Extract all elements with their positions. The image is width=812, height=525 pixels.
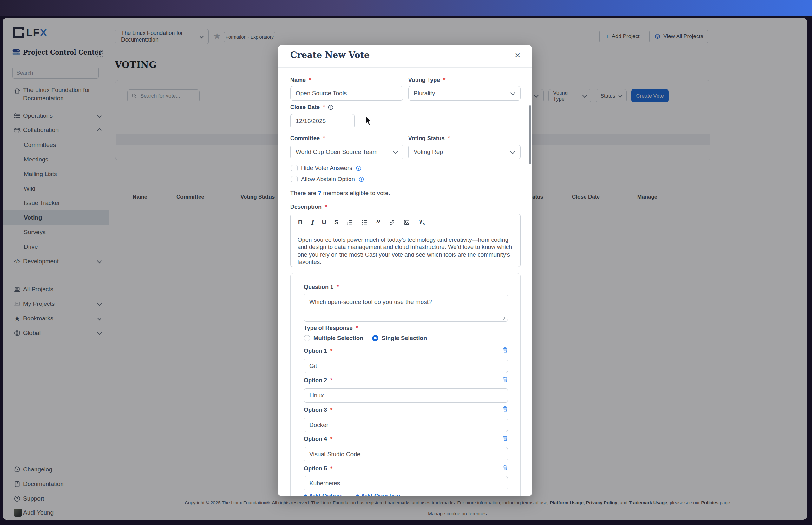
option-5-label: Option 5* — [304, 465, 332, 472]
required-asterisk: * — [448, 135, 450, 142]
hide-voter-answers-row: Hide Voter Answers — [291, 165, 362, 171]
allow-abstain-row: Allow Abstain Option — [291, 176, 364, 183]
single-selection-radio[interactable] — [372, 335, 378, 341]
hide-voter-answers-checkbox[interactable] — [291, 165, 298, 171]
option-1-field[interactable] — [304, 359, 508, 373]
option-2-label: Option 2* — [304, 377, 332, 384]
bold-icon[interactable]: B — [298, 219, 303, 226]
chevron-down-icon — [510, 149, 515, 154]
divider — [349, 492, 349, 496]
single-selection-label: Single Selection — [381, 335, 427, 342]
voting-status-select[interactable]: Voting Rep — [408, 145, 521, 159]
eligible-count: 7 — [318, 190, 321, 196]
delete-option-5-icon[interactable] — [502, 464, 509, 471]
required-asterisk: * — [323, 135, 325, 142]
option-5-field[interactable] — [304, 476, 508, 491]
question-1-field[interactable]: Which open-source tool do you use the mo… — [304, 294, 508, 322]
option-2-field[interactable] — [304, 388, 508, 403]
committee-select[interactable]: World Cup Open Source Team — [290, 145, 403, 159]
option-3-label: Option 3* — [304, 407, 332, 413]
clear-format-icon[interactable]: Tx — [418, 219, 425, 226]
voting-type-value: Plurality — [413, 90, 435, 97]
delete-option-2-icon[interactable] — [502, 376, 509, 383]
close-icon[interactable]: ✕ — [515, 51, 521, 60]
required-asterisk: * — [330, 348, 332, 354]
allow-abstain-label: Allow Abstain Option — [301, 176, 355, 183]
info-icon[interactable] — [358, 176, 364, 182]
option-3-field[interactable] — [304, 418, 508, 432]
required-asterisk: * — [309, 77, 311, 84]
required-asterisk: * — [330, 407, 332, 413]
description-text[interactable]: Open-source tools power much of today’s … — [290, 231, 520, 266]
eligible-members-text: There are 7 members eligible to vote. — [290, 190, 390, 197]
name-label: Name* — [290, 77, 311, 84]
textarea-resize-handle[interactable] — [501, 317, 505, 320]
image-icon[interactable] — [404, 219, 410, 226]
response-type-radios: Multiple Selection Single Selection — [304, 335, 427, 342]
info-icon[interactable] — [328, 104, 334, 110]
question-1-label: Question 1* — [304, 284, 339, 290]
description-editor[interactable]: B I U S ” Tx Op — [290, 214, 521, 267]
link-icon[interactable] — [389, 219, 395, 226]
required-asterisk: * — [356, 325, 358, 331]
multiple-selection-label: Multiple Selection — [313, 335, 363, 342]
delete-option-4-icon[interactable] — [502, 435, 509, 441]
modal-title: Create New Vote — [290, 50, 370, 60]
required-asterisk: * — [330, 465, 332, 472]
chevron-down-icon — [510, 90, 515, 95]
italic-icon[interactable]: I — [311, 219, 314, 226]
required-asterisk: * — [325, 204, 327, 210]
voting-status-value: Voting Rep — [413, 148, 443, 155]
committee-label: Committee* — [290, 135, 325, 142]
option-1-label: Option 1* — [304, 348, 332, 354]
voting-type-select[interactable]: Plurality — [408, 86, 521, 101]
delete-option-3-icon[interactable] — [502, 405, 509, 412]
question-card: Question 1* Which open-source tool do yo… — [290, 273, 521, 496]
voting-type-label: Voting Type* — [408, 77, 445, 84]
required-asterisk: * — [336, 284, 339, 290]
add-option-button[interactable]: + Add Option — [304, 492, 342, 496]
voting-status-label: Voting Status* — [408, 135, 450, 142]
description-label: Description* — [290, 204, 327, 210]
add-row: + Add Option + Add Question — [304, 492, 400, 496]
allow-abstain-checkbox[interactable] — [291, 176, 298, 182]
rich-text-toolbar: B I U S ” Tx — [290, 214, 520, 231]
info-icon[interactable] — [356, 165, 362, 171]
option-4-field[interactable] — [304, 447, 508, 461]
committee-value: World Cup Open Source Team — [296, 148, 377, 155]
required-asterisk: * — [443, 77, 445, 84]
bullet-list-icon[interactable] — [361, 219, 367, 226]
close-date-field[interactable] — [290, 114, 355, 129]
screen: LF X Project Control Center Search — [0, 0, 812, 525]
multiple-selection-radio[interactable] — [304, 335, 310, 341]
required-asterisk: * — [330, 436, 332, 442]
desktop-wallpaper — [0, 0, 812, 16]
close-date-label: Close Date* — [290, 104, 334, 111]
strikethrough-icon[interactable]: S — [334, 219, 339, 226]
type-of-response-label: Type of Response* — [304, 325, 358, 331]
add-question-button[interactable]: + Add Question — [356, 492, 400, 496]
blockquote-icon[interactable]: ” — [376, 222, 381, 225]
create-new-vote-modal: Create New Vote ✕ Name* Voting Type* Plu… — [278, 45, 532, 496]
modal-header: Create New Vote ✕ — [278, 45, 532, 68]
name-field[interactable] — [290, 86, 403, 101]
required-asterisk: * — [323, 104, 325, 111]
delete-option-1-icon[interactable] — [502, 346, 509, 354]
hide-voter-answers-label: Hide Voter Answers — [301, 165, 352, 171]
modal-scrollbar-thumb[interactable] — [529, 105, 531, 164]
chevron-down-icon — [393, 149, 398, 154]
ordered-list-icon[interactable] — [347, 219, 353, 226]
mouse-cursor — [365, 116, 373, 126]
option-4-label: Option 4* — [304, 436, 332, 442]
underline-icon[interactable]: U — [322, 219, 326, 226]
required-asterisk: * — [330, 377, 332, 384]
